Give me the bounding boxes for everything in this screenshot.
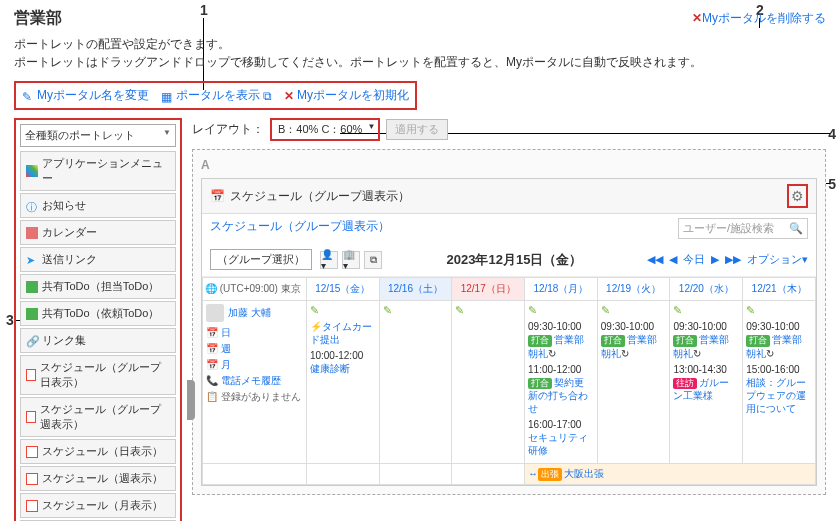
prev-day-btn[interactable]: ◀ [669, 253, 677, 266]
current-date: 2023年12月15日（金） [390, 251, 639, 269]
week-view-link[interactable]: 週 [221, 343, 231, 354]
schedule-portlet: 📅 スケジュール（グループ週表示） ⚙ スケジュール（グループ週表示） ユーザー… [201, 178, 817, 486]
rename-link[interactable]: ✎Myポータル名を変更 [22, 87, 149, 104]
next-day-btn[interactable]: ▶ [711, 253, 719, 266]
day-header[interactable]: 12/21（木） [743, 278, 816, 301]
init-link[interactable]: ✕Myポータルを初期化 [284, 87, 409, 104]
search-icon: 🔍 [789, 222, 803, 235]
add-event-icon[interactable]: ✎ [310, 304, 319, 316]
portlet-sidebar: 全種類のポートレット アプリケーションメニュー ⓘお知らせ カレンダー ➤送信リ… [14, 118, 182, 521]
prev-week-btn[interactable]: ◀◀ [647, 253, 663, 266]
portlet-item[interactable]: スケジュール（週表示） [20, 466, 176, 491]
x-icon: ✕ [284, 89, 294, 103]
add-event-icon[interactable]: ✎ [528, 304, 537, 316]
event-link[interactable]: セキュリティ研修 [528, 432, 588, 456]
next-week-btn[interactable]: ▶▶ [725, 253, 741, 266]
gear-icon[interactable]: ⚙ [791, 188, 804, 204]
lightning-icon: ⚡ [310, 321, 322, 332]
portlet-item[interactable]: アプリケーションメニュー [20, 151, 176, 191]
preview-area: A 📅 スケジュール（グループ週表示） ⚙ スケジュール（グループ週表示） ユー… [192, 149, 826, 495]
todo-icon [26, 308, 38, 320]
add-event-icon[interactable]: ✎ [673, 304, 682, 316]
app-icon [26, 165, 38, 177]
add-event-icon[interactable]: ✎ [601, 304, 610, 316]
add-event-icon[interactable]: ✎ [383, 304, 392, 316]
link-icon: 🔗 [26, 335, 38, 347]
calendar-icon: 📅 [210, 189, 225, 203]
toolbar: ✎Myポータル名を変更 ▦ポータルを表示⧉ ✕Myポータルを初期化 [14, 81, 417, 110]
pencil-icon: ✎ [22, 90, 34, 102]
calendar-icon [26, 227, 38, 239]
schedule-table: 🌐 (UTC+09:00) 東京 12/15（金） 12/16（土） 12/17… [202, 277, 816, 485]
user-picker-btn[interactable]: 👤▾ [320, 251, 338, 269]
apply-button[interactable]: 適用する [386, 119, 448, 140]
search-input[interactable]: ユーザー/施設検索 🔍 [678, 218, 808, 239]
popup-icon: ⧉ [263, 89, 272, 103]
avatar [206, 304, 224, 322]
page-title: 営業部 [14, 8, 62, 29]
add-event-icon[interactable]: ✎ [455, 304, 464, 316]
facility-picker-btn[interactable]: 🏢▾ [342, 251, 360, 269]
delete-portal-link[interactable]: ✕Myポータルを削除する [692, 10, 826, 27]
layout-select[interactable]: B：40% C：60% [270, 118, 380, 141]
sidebar-drag-handle[interactable] [187, 380, 195, 420]
layout-label: レイアウト： [192, 121, 264, 138]
portlet-item[interactable]: 共有ToDo（担当ToDo） [20, 274, 176, 299]
copy-btn[interactable]: ⧉ [364, 251, 382, 269]
portlet-subtitle-link[interactable]: スケジュール（グループ週表示） [210, 218, 390, 239]
options-link[interactable]: オプション▾ [747, 252, 808, 267]
add-event-icon[interactable]: ✎ [746, 304, 755, 316]
portlet-item[interactable]: スケジュール（グループ週表示） [20, 397, 176, 437]
today-btn[interactable]: 今日 [683, 252, 705, 267]
schedule-icon [26, 473, 38, 485]
portlet-item[interactable]: カレンダー [20, 220, 176, 245]
day-header[interactable]: 12/15（金） [306, 278, 379, 301]
todo-icon [26, 281, 38, 293]
send-icon: ➤ [26, 254, 38, 266]
phone-memo-link[interactable]: 電話メモ履歴 [221, 375, 281, 386]
user-cell: 加藤 大輔 📅 日 📅 週 📅 月 📞 電話メモ履歴 📋 登録がありません [203, 301, 307, 464]
portlet-type-dropdown[interactable]: 全種類のポートレット [20, 124, 176, 147]
portlet-item[interactable]: ➤送信リンク [20, 247, 176, 272]
day-header[interactable]: 12/18（月） [525, 278, 598, 301]
display-link[interactable]: ▦ポータルを表示⧉ [161, 87, 272, 104]
user-name-link[interactable]: 加藤 大輔 [228, 306, 271, 320]
portlet-item[interactable]: スケジュール（グループ日表示） [20, 355, 176, 395]
portlet-title: スケジュール（グループ週表示） [230, 188, 410, 205]
day-header[interactable]: 12/20（水） [670, 278, 743, 301]
schedule-icon [26, 446, 38, 458]
portlet-item[interactable]: 🔗リンク集 [20, 328, 176, 353]
schedule-icon [26, 411, 36, 423]
trip-event[interactable]: ↔出張大阪出張 [525, 464, 816, 485]
no-registration: 登録がありません [221, 391, 301, 402]
area-label: A [201, 158, 817, 172]
portlet-item[interactable]: 共有ToDo（依頼ToDo） [20, 301, 176, 326]
info-icon: ⓘ [26, 200, 38, 212]
x-icon: ✕ [692, 11, 702, 25]
day-header[interactable]: 12/16（土） [379, 278, 452, 301]
portlet-item[interactable]: スケジュール（日表示） [20, 439, 176, 464]
day-header[interactable]: 12/19（火） [597, 278, 670, 301]
tz-icon: 🌐 [205, 283, 217, 294]
group-select[interactable]: （グループ選択） [210, 249, 312, 270]
month-view-link[interactable]: 月 [221, 359, 231, 370]
event-link[interactable]: 相談：グループウェアの運用について [746, 377, 806, 414]
portlet-item[interactable]: スケジュール（月表示） [20, 493, 176, 518]
schedule-icon [26, 369, 36, 381]
grid-icon: ▦ [161, 90, 173, 102]
schedule-icon [26, 500, 38, 512]
day-view-link[interactable]: 日 [221, 327, 231, 338]
day-header[interactable]: 12/17（日） [452, 278, 525, 301]
portlet-item[interactable]: ⓘお知らせ [20, 193, 176, 218]
description: ポートレットの配置や設定ができます。 ポートレットはドラッグアンドドロップで移動… [14, 35, 826, 71]
event-link[interactable]: 健康診断 [310, 363, 350, 374]
